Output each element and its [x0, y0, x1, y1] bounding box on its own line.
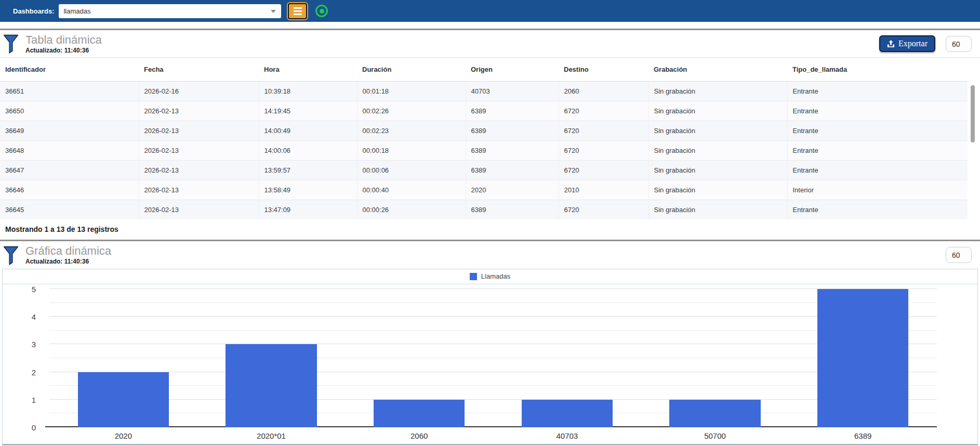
chart-panel-header: Gráfica dinámica Actualizado: 11:40:36 [0, 241, 980, 269]
column-header[interactable]: Origen [466, 58, 559, 82]
table-row: 366462026-02-1313:58:4900:00:4020202010S… [0, 180, 968, 200]
table-cell: Sin grabación [648, 180, 787, 200]
bar[interactable] [522, 400, 613, 427]
x-tick-label: 6389 [789, 431, 937, 440]
filter-icon[interactable] [3, 33, 19, 54]
table-row: 366492026-02-1314:00:4900:02:2363896720S… [0, 121, 968, 141]
table-body: 366512026-02-1610:39:1800:01:18407032060… [0, 82, 968, 220]
table-header-row: IdentificadorFechaHoraDuraciónOrigenDest… [0, 58, 968, 82]
bar[interactable] [374, 400, 465, 427]
table-cell: Sin grabación [648, 101, 787, 121]
table-cell: Entrante [787, 101, 968, 121]
y-tick-label: 4 [5, 312, 36, 321]
bar[interactable] [226, 344, 316, 427]
table-cell: 6720 [559, 141, 648, 161]
export-button-label: Exportar [898, 39, 928, 48]
table-cell: Entrante [787, 82, 968, 101]
table-cell: 6389 [466, 121, 559, 141]
filter-icon[interactable] [3, 245, 19, 266]
legend-swatch [470, 273, 477, 280]
table-cell: 36646 [0, 180, 139, 200]
column-header[interactable]: Identificador [0, 58, 139, 82]
table-cell: 2026-02-13 [139, 121, 259, 141]
table-cell: Sin grabación [648, 82, 787, 101]
column-header[interactable]: Duración [357, 58, 466, 82]
top-navbar: Dashboards: llamadas [0, 0, 980, 22]
bar[interactable] [78, 372, 169, 427]
table-cell: Sin grabación [648, 200, 787, 220]
x-tick-label: 40703 [493, 431, 641, 440]
table-cell: 40703 [466, 82, 559, 101]
table-updated-label: Actualizado: [25, 47, 62, 54]
table-cell: 00:02:23 [357, 121, 466, 141]
table-panel: Tabla dinámica Actualizado: 11:40:36 Exp… [0, 29, 980, 240]
chart-updated-label: Actualizado: [25, 258, 62, 265]
table-row: 366472026-02-1313:59:5700:00:0663896720S… [0, 161, 968, 180]
table-cell: 2020 [466, 180, 559, 200]
column-header[interactable]: Destino [559, 58, 648, 82]
table-cell: 10:39:18 [259, 82, 357, 101]
bar-group [345, 289, 493, 427]
menu-button[interactable] [288, 3, 307, 19]
table-cell: 6720 [559, 200, 648, 220]
table-cell: 2010 [559, 180, 648, 200]
table-cell: 2026-02-16 [139, 82, 259, 101]
dashboard-select[interactable]: llamadas [59, 4, 281, 18]
table-cell: 00:00:26 [357, 200, 466, 220]
table-cell: 14:00:49 [259, 121, 357, 141]
table-cell: 13:47:09 [259, 200, 357, 220]
table-cell: 36648 [0, 141, 139, 161]
table-cell: 13:58:49 [259, 180, 357, 200]
column-header[interactable]: Fecha [139, 58, 259, 82]
table-cell: 6389 [466, 161, 559, 180]
y-tick-label: 1 [5, 396, 36, 404]
column-header[interactable]: Hora [259, 58, 357, 82]
table-cell: 6720 [559, 161, 648, 180]
table-cell: 2060 [559, 82, 648, 101]
table-refresh-input[interactable] [946, 36, 972, 52]
export-button[interactable]: Exportar [879, 35, 935, 52]
chevron-down-icon [271, 10, 276, 13]
table-scrollbar-thumb[interactable] [971, 85, 975, 142]
x-tick-label: 2060 [345, 431, 493, 440]
table-panel-header: Tabla dinámica Actualizado: 11:40:36 Exp… [0, 30, 980, 58]
chart-panel: Gráfica dinámica Actualizado: 11:40:36 L… [0, 240, 980, 445]
table-cell: 2026-02-13 [139, 200, 259, 220]
column-header[interactable]: Grabación [648, 58, 787, 82]
chart-refresh-input[interactable] [946, 247, 972, 263]
x-tick-label: 2020*01 [197, 431, 346, 440]
hamburger-icon [294, 7, 302, 9]
table-cell: 14:00:06 [259, 141, 357, 161]
table-row: 366452026-02-1313:47:0900:00:2663896720S… [0, 200, 968, 220]
y-tick-label: 5 [5, 285, 36, 294]
table-cell: Entrante [787, 161, 968, 180]
table-updated-time: 11:40:36 [64, 47, 89, 54]
bar-chart: Llamadas 012345 20202020*012060407035070… [2, 269, 978, 445]
table-cell: 00:00:06 [357, 161, 466, 180]
dashboard-select-value: llamadas [63, 7, 90, 15]
y-tick-label: 0 [5, 423, 36, 432]
app: Dashboards: llamadas Tabla dinámica Actu… [0, 0, 980, 445]
table-cell: 36650 [0, 101, 139, 121]
table-summary: Mostrando 1 a 13 de 13 registros [0, 219, 980, 240]
bar-group [641, 289, 789, 427]
table-cell: 00:02:26 [357, 101, 466, 121]
x-tick-label: 2020 [49, 431, 197, 440]
x-axis-labels: 20202020*01206040703507006389 [49, 431, 937, 440]
table-cell: 00:00:40 [357, 180, 466, 200]
bar[interactable] [817, 289, 908, 427]
table-row: 366482026-02-1314:00:0600:00:1863896720S… [0, 141, 968, 161]
table-row: 366512026-02-1610:39:1800:01:18407032060… [0, 82, 968, 101]
table-cell: 36649 [0, 121, 139, 141]
y-axis-labels: 012345 [3, 289, 43, 427]
table-cell: 2026-02-13 [139, 101, 259, 121]
table-cell: Entrante [787, 141, 968, 161]
table-cell: 6389 [466, 141, 559, 161]
x-tick-label: 50700 [641, 431, 789, 440]
table-cell: 6389 [466, 101, 559, 121]
legend-label: Llamadas [481, 272, 510, 280]
bar-group [493, 289, 641, 427]
chart-legend: Llamadas [3, 269, 977, 285]
column-header[interactable]: Tipo_de_llamada [787, 58, 968, 82]
bar[interactable] [669, 400, 760, 427]
